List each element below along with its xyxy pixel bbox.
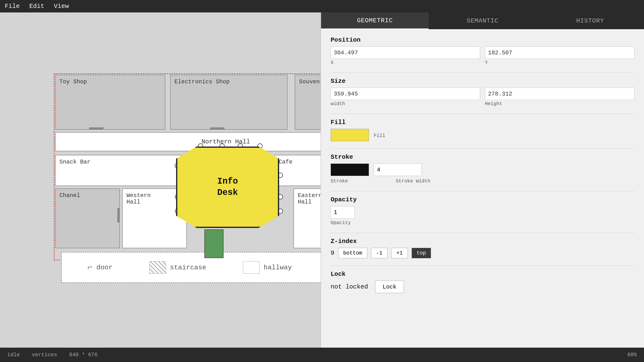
- legend-hallway-item: hallway: [243, 261, 292, 274]
- stroke-width-label: Stroke Width: [396, 178, 430, 184]
- divider-3: [330, 148, 634, 149]
- toy-shop-door: [89, 127, 104, 129]
- tab-history[interactable]: HISTORY: [536, 12, 644, 29]
- menu-view[interactable]: View: [54, 3, 69, 10]
- toy-shop-label: Toy Shop: [60, 78, 87, 85]
- stroke-color-swatch[interactable]: [330, 164, 369, 176]
- snack-bar-room[interactable]: Snack Bar: [55, 155, 189, 186]
- staircase-icon: [149, 261, 166, 274]
- info-desk-shape[interactable]: InfoDesk: [176, 146, 279, 228]
- fill-color-swatch[interactable]: [330, 129, 369, 141]
- position-x-input[interactable]: [330, 46, 480, 59]
- eastern-hall-label: EasternHall: [298, 192, 322, 205]
- panel-content: Position X Y Size width: [321, 29, 644, 307]
- statusbar: idle vertices 840 * 676 68%: [0, 348, 644, 362]
- lock-label: Lock: [330, 271, 634, 278]
- menu-edit[interactable]: Edit: [29, 3, 44, 10]
- northern-hall-label: Northern Hall: [202, 138, 250, 145]
- stroke-label: Stroke: [330, 153, 634, 161]
- hallway-icon: [243, 261, 260, 274]
- door-icon: ⌐: [88, 263, 93, 273]
- size-section: Size width Height: [330, 77, 634, 106]
- stroke-section: Stroke Stroke Stroke Width: [330, 153, 634, 184]
- chanel-room[interactable]: Chanel: [55, 188, 120, 248]
- size-height-label: Height: [485, 101, 634, 106]
- divider-6: [330, 266, 634, 266]
- divider-2: [330, 114, 634, 114]
- zindex-bottom-button[interactable]: bottom: [338, 248, 367, 258]
- stroke-width-input[interactable]: [374, 164, 422, 176]
- menu-file[interactable]: File: [5, 3, 20, 10]
- chanel-label: Chanel: [60, 192, 80, 199]
- zindex-section: Z-index 9 bottom -1 +1 top: [330, 238, 634, 258]
- opacity-sublabel: Opacity: [330, 220, 634, 226]
- zindex-top-button[interactable]: top: [412, 248, 431, 258]
- position-x-field: X: [330, 46, 480, 65]
- cafe-label: Cafe: [279, 159, 292, 165]
- legend-door-label: door: [96, 264, 112, 271]
- staircase-shape: [204, 229, 224, 258]
- zindex-plus-button[interactable]: +1: [391, 248, 408, 258]
- tab-geometric[interactable]: GEOMETRIC: [321, 12, 428, 29]
- fill-label: Fill: [330, 119, 634, 126]
- size-fields: width Height: [330, 88, 634, 106]
- legend-door-item: ⌐ door: [88, 263, 112, 273]
- status-state: idle: [7, 352, 20, 358]
- lock-status: not locked: [330, 283, 368, 290]
- divider-4: [330, 191, 634, 191]
- position-section: Position X Y: [330, 36, 634, 65]
- menubar: File Edit View: [0, 0, 644, 12]
- position-x-label: X: [330, 60, 480, 65]
- zindex-value: 9: [330, 250, 334, 257]
- lock-button[interactable]: Lock: [375, 281, 404, 293]
- fill-sublabel: Fill: [374, 133, 385, 138]
- size-width-label: width: [330, 101, 480, 106]
- opacity-section: Opacity Opacity: [330, 196, 634, 226]
- position-fields: X Y: [330, 46, 634, 65]
- size-height-field: Height: [485, 88, 634, 106]
- tab-bar: GEOMETRIC SEMANTIC HISTORY: [321, 12, 644, 29]
- stroke-sublabels: Stroke Stroke Width: [330, 177, 634, 184]
- lock-controls: not locked Lock: [330, 281, 634, 293]
- stroke-row: [330, 164, 634, 176]
- position-y-field: Y: [485, 46, 634, 65]
- legend-staircase-item: staircase: [149, 261, 206, 274]
- info-desk-label: InfoDesk: [217, 176, 238, 198]
- opacity-input[interactable]: [330, 206, 354, 219]
- size-height-input[interactable]: [485, 88, 634, 100]
- size-width-input[interactable]: [330, 88, 480, 100]
- position-label: Position: [330, 36, 634, 43]
- status-vertices: vertices: [32, 352, 57, 358]
- toy-shop-room[interactable]: Toy Shop: [55, 75, 165, 130]
- zindex-label: Z-index: [330, 238, 634, 245]
- opacity-label: Opacity: [330, 196, 634, 203]
- electronics-shop-door: [210, 127, 224, 129]
- chanel-door: [118, 208, 119, 222]
- legend-staircase-label: staircase: [170, 264, 206, 271]
- fill-section: Fill Fill: [330, 119, 634, 141]
- status-zoom: 68%: [627, 352, 637, 358]
- electronics-shop-room[interactable]: Electronics Shop: [170, 75, 288, 130]
- zindex-minus-button[interactable]: -1: [371, 248, 388, 258]
- size-width-field: width: [330, 88, 480, 106]
- western-hall-label: WesternHall: [126, 192, 151, 205]
- zindex-controls: 9 bottom -1 +1 top: [330, 248, 634, 258]
- lock-section: Lock not locked Lock: [330, 271, 634, 293]
- status-dimensions: 840 * 676: [69, 352, 98, 358]
- tab-semantic[interactable]: SEMANTIC: [428, 12, 536, 29]
- electronics-shop-label: Electronics Shop: [174, 78, 230, 85]
- snack-bar-label: Snack Bar: [60, 159, 90, 165]
- properties-panel: GEOMETRIC SEMANTIC HISTORY Position X Y …: [320, 12, 644, 348]
- size-label: Size: [330, 77, 634, 85]
- legend-hallway-label: hallway: [264, 264, 292, 271]
- position-y-input[interactable]: [485, 46, 634, 59]
- divider-1: [330, 72, 634, 73]
- position-y-label: Y: [485, 60, 634, 65]
- stroke-color-label: Stroke: [330, 178, 348, 184]
- fill-row: Fill: [330, 129, 634, 141]
